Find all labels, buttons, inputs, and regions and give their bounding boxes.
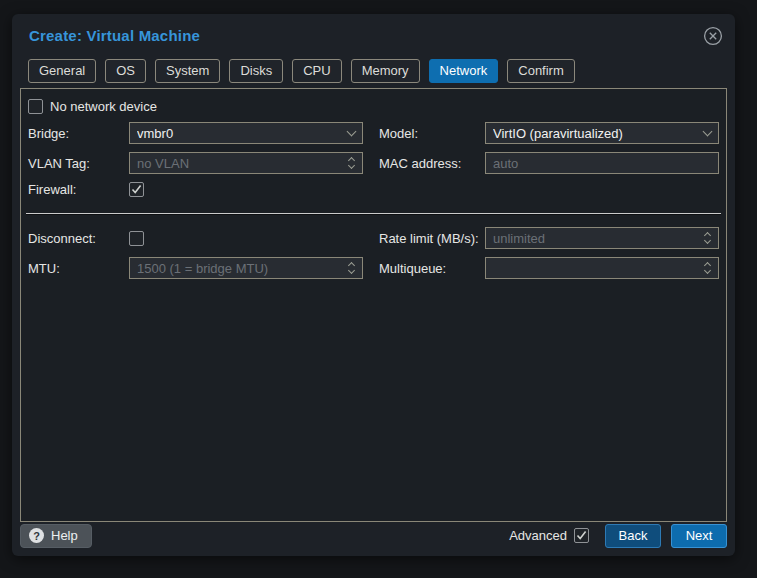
model-combobox[interactable] (485, 122, 719, 144)
page-background: Create: Virtual Machine General OS Syste… (0, 0, 757, 578)
spinner-down-icon[interactable] (347, 267, 354, 274)
help-button-label: Help (51, 528, 78, 543)
mac-address-label: MAC address: (379, 156, 485, 171)
dialog-footer: ? Help Advanced Back Next (20, 523, 727, 548)
no-network-device-label: No network device (50, 99, 157, 114)
mtu-label: MTU: (28, 261, 129, 276)
close-icon[interactable] (702, 25, 724, 47)
multiqueue-label: Multiqueue: (379, 261, 485, 276)
no-network-device-checkbox[interactable] (28, 99, 43, 114)
tab-memory[interactable]: Memory (351, 59, 420, 83)
bridge-combobox[interactable] (129, 122, 363, 144)
tab-confirm[interactable]: Confirm (507, 59, 575, 83)
multiqueue-input[interactable] (493, 258, 696, 278)
model-label: Model: (379, 126, 485, 141)
tab-general[interactable]: General (28, 59, 96, 83)
checkmark-icon (576, 530, 587, 541)
advanced-checkbox[interactable] (574, 528, 589, 543)
advanced-section-divider (26, 213, 721, 215)
firewall-checkbox[interactable] (129, 182, 144, 197)
network-form-panel: No network device Bridge: Model: VLAN Ta… (20, 88, 727, 522)
spinner-down-icon[interactable] (703, 267, 710, 274)
disconnect-label: Disconnect: (28, 231, 129, 246)
back-button[interactable]: Back (605, 524, 661, 548)
spinner-down-icon[interactable] (703, 237, 710, 244)
vlan-tag-input[interactable] (137, 153, 340, 173)
next-button[interactable]: Next (671, 524, 727, 548)
spinner-down-icon[interactable] (347, 162, 354, 169)
spinner-icons[interactable] (696, 258, 718, 278)
rate-limit-input[interactable] (493, 228, 696, 248)
mac-address-input[interactable] (493, 153, 718, 173)
rate-limit-spinner[interactable] (485, 227, 719, 249)
tab-disks[interactable]: Disks (229, 59, 283, 83)
mtu-input[interactable] (137, 258, 340, 278)
tab-system[interactable]: System (155, 59, 220, 83)
bridge-input[interactable] (137, 123, 340, 143)
no-network-device-row: No network device (28, 99, 719, 114)
spinner-icons[interactable] (340, 153, 362, 173)
vlan-tag-spinner[interactable] (129, 152, 363, 174)
help-button[interactable]: ? Help (20, 524, 92, 548)
mac-address-field[interactable] (485, 152, 719, 174)
create-vm-dialog: Create: Virtual Machine General OS Syste… (12, 14, 735, 556)
multiqueue-spinner[interactable] (485, 257, 719, 279)
tab-network[interactable]: Network (429, 59, 499, 83)
disconnect-checkbox[interactable] (129, 231, 144, 246)
wizard-tabs: General OS System Disks CPU Memory Netwo… (28, 59, 575, 83)
mtu-spinner[interactable] (129, 257, 363, 279)
tab-os[interactable]: OS (105, 59, 146, 83)
help-icon: ? (29, 528, 44, 543)
checkmark-icon (131, 184, 142, 195)
spinner-icons[interactable] (696, 228, 718, 248)
spinner-icons[interactable] (340, 258, 362, 278)
rate-limit-label: Rate limit (MB/s): (379, 231, 485, 246)
model-input[interactable] (493, 123, 696, 143)
advanced-label: Advanced (509, 528, 567, 543)
dialog-title: Create: Virtual Machine (29, 27, 200, 44)
vlan-tag-label: VLAN Tag: (28, 156, 129, 171)
tab-cpu[interactable]: CPU (292, 59, 341, 83)
chevron-down-icon[interactable] (340, 123, 362, 143)
bridge-label: Bridge: (28, 126, 129, 141)
chevron-down-icon[interactable] (696, 123, 718, 143)
firewall-label: Firewall: (28, 182, 129, 197)
